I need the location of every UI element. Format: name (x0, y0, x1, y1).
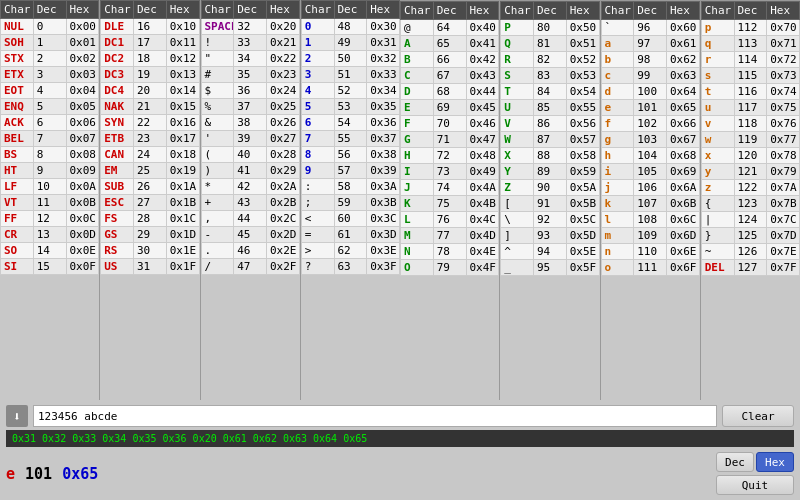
table-row[interactable]: SPACE320x20 (201, 19, 299, 35)
table-row[interactable]: r1140x72 (701, 52, 799, 68)
table-row[interactable]: >620x3E (301, 243, 399, 259)
table-row[interactable]: 1490x31 (301, 35, 399, 51)
table-row[interactable]: [910x5B (501, 196, 599, 212)
table-row[interactable]: n1100x6E (601, 244, 699, 260)
table-row[interactable]: $360x24 (201, 83, 299, 99)
table-row[interactable]: 7550x37 (301, 131, 399, 147)
table-row[interactable]: g1030x67 (601, 132, 699, 148)
table-row[interactable]: =610x3D (301, 227, 399, 243)
table-row[interactable]: DLE160x10 (101, 19, 199, 35)
table-row[interactable]: STX20x02 (1, 51, 99, 67)
table-row[interactable]: DC4200x14 (101, 83, 199, 99)
table-row[interactable]: a970x61 (601, 36, 699, 52)
table-row[interactable]: ETX30x03 (1, 67, 99, 83)
table-row[interactable]: T840x54 (501, 84, 599, 100)
quit-button[interactable]: Quit (716, 475, 794, 495)
table-row[interactable]: DEL1270x7F (701, 260, 799, 276)
table-row[interactable]: o1110x6F (601, 260, 699, 276)
table-row[interactable]: RS300x1E (101, 243, 199, 259)
table-row[interactable]: VT110x0B (1, 195, 99, 211)
download-button[interactable]: ⬇ (6, 405, 28, 427)
table-row[interactable]: ,440x2C (201, 211, 299, 227)
table-row[interactable]: BEL70x07 (1, 131, 99, 147)
table-row[interactable]: s1150x73 (701, 68, 799, 84)
table-row[interactable]: DC3190x13 (101, 67, 199, 83)
table-row[interactable]: u1170x75 (701, 100, 799, 116)
table-row[interactable]: CR130x0D (1, 227, 99, 243)
table-row[interactable]: v1180x76 (701, 116, 799, 132)
table-row[interactable]: ^940x5E (501, 244, 599, 260)
table-row[interactable]: E690x45 (401, 100, 499, 116)
table-row[interactable]: I730x49 (401, 164, 499, 180)
table-row[interactable]: y1210x79 (701, 164, 799, 180)
table-row[interactable]: O790x4F (401, 260, 499, 276)
table-row[interactable]: 0480x30 (301, 19, 399, 35)
table-row[interactable]: SUB260x1A (101, 179, 199, 195)
table-row[interactable]: Q810x51 (501, 36, 599, 52)
table-row[interactable]: SYN220x16 (101, 115, 199, 131)
table-row[interactable]: ?630x3F (301, 259, 399, 275)
table-row[interactable]: h1040x68 (601, 148, 699, 164)
table-row[interactable]: DC1170x11 (101, 35, 199, 51)
table-row[interactable]: J740x4A (401, 180, 499, 196)
table-row[interactable]: /470x2F (201, 259, 299, 275)
table-row[interactable]: K750x4B (401, 196, 499, 212)
table-row[interactable]: d1000x64 (601, 84, 699, 100)
table-row[interactable]: BS80x08 (1, 147, 99, 163)
table-row[interactable]: H720x48 (401, 148, 499, 164)
table-row[interactable]: w1190x77 (701, 132, 799, 148)
table-row[interactable]: .460x2E (201, 243, 299, 259)
table-row[interactable]: m1090x6D (601, 228, 699, 244)
table-row[interactable]: q1130x71 (701, 36, 799, 52)
table-row[interactable]: '390x27 (201, 131, 299, 147)
table-row[interactable]: &380x26 (201, 115, 299, 131)
table-row[interactable]: X880x58 (501, 148, 599, 164)
table-row[interactable]: DC2180x12 (101, 51, 199, 67)
table-row[interactable]: CAN240x18 (101, 147, 199, 163)
table-row[interactable]: ENQ50x05 (1, 99, 99, 115)
table-row[interactable]: G710x47 (401, 132, 499, 148)
table-row[interactable]: 6540x36 (301, 115, 399, 131)
table-row[interactable]: C670x43 (401, 68, 499, 84)
table-row[interactable]: \920x5C (501, 212, 599, 228)
table-row[interactable]: x1200x78 (701, 148, 799, 164)
table-row[interactable]: P800x50 (501, 20, 599, 36)
table-row[interactable]: Z900x5A (501, 180, 599, 196)
table-row[interactable]: EM250x19 (101, 163, 199, 179)
table-row[interactable]: e1010x65 (601, 100, 699, 116)
table-row[interactable]: p1120x70 (701, 20, 799, 36)
table-row[interactable]: }1250x7D (701, 228, 799, 244)
table-row[interactable]: i1050x69 (601, 164, 699, 180)
table-row[interactable]: `960x60 (601, 20, 699, 36)
table-row[interactable]: NAK210x15 (101, 99, 199, 115)
table-row[interactable]: HT90x09 (1, 163, 99, 179)
table-row[interactable]: +430x2B (201, 195, 299, 211)
table-row[interactable]: j1060x6A (601, 180, 699, 196)
table-row[interactable]: f1020x66 (601, 116, 699, 132)
table-row[interactable]: b980x62 (601, 52, 699, 68)
table-row[interactable]: |1240x7C (701, 212, 799, 228)
table-row[interactable]: 9570x39 (301, 163, 399, 179)
table-row[interactable]: LF100x0A (1, 179, 99, 195)
table-row[interactable]: SOH10x01 (1, 35, 99, 51)
table-row[interactable]: 4520x34 (301, 83, 399, 99)
table-row[interactable]: U850x55 (501, 100, 599, 116)
table-row[interactable]: *420x2A (201, 179, 299, 195)
table-row[interactable]: M770x4D (401, 228, 499, 244)
table-row[interactable]: _950x5F (501, 260, 599, 276)
text-input[interactable] (33, 405, 717, 427)
table-row[interactable]: k1070x6B (601, 196, 699, 212)
table-row[interactable]: ACK60x06 (1, 115, 99, 131)
table-row[interactable]: {1230x7B (701, 196, 799, 212)
table-row[interactable]: ;590x3B (301, 195, 399, 211)
table-row[interactable]: US310x1F (101, 259, 199, 275)
table-row[interactable]: :580x3A (301, 179, 399, 195)
table-row[interactable]: !330x21 (201, 35, 299, 51)
table-row[interactable]: D680x44 (401, 84, 499, 100)
table-row[interactable]: Y890x59 (501, 164, 599, 180)
table-row[interactable]: c990x63 (601, 68, 699, 84)
table-row[interactable]: W870x57 (501, 132, 599, 148)
table-row[interactable]: EOT40x04 (1, 83, 99, 99)
table-row[interactable]: ~1260x7E (701, 244, 799, 260)
table-row[interactable]: #350x23 (201, 67, 299, 83)
